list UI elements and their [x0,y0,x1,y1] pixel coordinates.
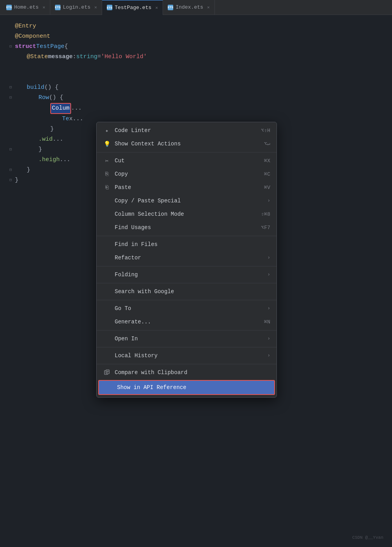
context-menu: ✦ Code Linter ⌥⇧H 💡 Show Context Actions… [96,122,277,398]
menu-item-local-history[interactable]: Local History › [97,349,277,362]
tab-home-icon: ETS [6,5,12,10]
folding-icon [103,271,111,279]
separator-7 [97,347,277,347]
tab-index-icon: ETS [168,5,173,10]
menu-item-column-selection-mode[interactable]: Column Selection Mode ⇧⌘8 [97,207,277,221]
go-to-icon [103,305,111,312]
code-line-9: Colum ... [8,103,384,114]
tab-home-label: Home.ets [14,4,38,10]
menu-item-copy[interactable]: ⎘ Copy ⌘C [97,167,277,181]
menu-item-compare-with-clipboard-label: Compare with Clipboard [115,369,270,376]
refactor-arrow-icon: › [267,255,270,261]
menu-item-find-usages-shortcut: ⌥F7 [261,224,270,231]
copy-icon: ⎘ [103,170,111,178]
menu-item-compare-with-clipboard[interactable]: Compare with Clipboard [97,366,277,379]
menu-item-folding-label: Folding [115,272,264,278]
menu-item-show-in-api-reference[interactable]: Show in API Reference [98,380,275,395]
code-line-1: @Entry [8,21,384,31]
menu-item-show-context-actions[interactable]: 💡 Show Context Actions ⌥↵ [97,137,277,151]
tab-home-close[interactable]: ✕ [42,5,45,10]
fold-placeholder-2 [8,34,13,39]
separator-3 [97,266,277,266]
fold-placeholder-14 [8,157,13,163]
watermark: CSDN @__Yvan [352,535,383,540]
compare-with-clipboard-icon [103,369,111,376]
fold-icon-16[interactable]: ⊟ [8,178,13,183]
menu-item-copy-paste-special-label: Copy / Paste Special [115,198,264,204]
menu-item-open-in-label: Open In [115,336,264,342]
menu-item-find-usages[interactable]: Find Usages ⌥F7 [97,221,277,234]
separator-6 [97,330,277,330]
tab-index-close[interactable]: ✕ [207,5,210,10]
code-line-7: ⊟ build () { [8,83,384,93]
menu-item-code-linter-label: Code Linter [115,127,261,134]
menu-item-go-to-label: Go To [115,305,264,312]
tab-testpage[interactable]: ETS TestPage.ets ✕ [102,0,163,15]
tab-index-label: Index.ets [176,4,203,10]
menu-item-show-context-actions-shortcut: ⌥↵ [264,141,270,147]
fold-icon-8[interactable]: ⊟ [8,95,13,101]
find-in-files-icon [103,240,111,248]
menu-item-code-linter[interactable]: ✦ Code Linter ⌥⇧H [97,124,277,137]
code-line-6 [8,72,384,83]
tab-index[interactable]: ETS Index.ets ✕ [163,0,215,15]
separator-1 [97,152,277,152]
menu-item-local-history-label: Local History [115,352,264,359]
menu-item-paste-label: Paste [115,184,264,191]
menu-item-generate[interactable]: Generate... ⌘N [97,315,277,329]
open-in-arrow-icon: › [267,336,270,341]
copy-paste-special-icon [103,197,111,205]
find-usages-icon [103,224,111,231]
tab-bar: ETS Home.ets ✕ ETS Login.ets ✕ ETS TestP… [0,0,392,15]
code-line-4: @State message : string = 'Hello World' [8,52,384,62]
code-linter-icon: ✦ [103,127,111,134]
menu-item-column-selection-mode-shortcut: ⇧⌘8 [261,211,270,217]
menu-item-search-with-google[interactable]: Search with Google [97,285,277,298]
fold-placeholder-1 [8,24,13,29]
menu-item-paste-shortcut: ⌘V [264,184,270,191]
tab-login[interactable]: ETS Login.ets ✕ [50,0,102,15]
tab-login-close[interactable]: ✕ [94,5,97,10]
menu-item-generate-label: Generate... [115,319,264,325]
code-line-8: ⊟ Row () { [8,93,384,103]
tab-home[interactable]: ETS Home.ets ✕ [2,0,50,15]
fold-icon-15[interactable]: ⊟ [8,167,13,173]
tab-login-label: Login.ets [63,4,90,10]
menu-item-go-to[interactable]: Go To › [97,302,277,315]
menu-item-cut-label: Cut [115,158,264,164]
paste-icon: ⎗ [103,184,111,191]
open-in-icon [103,335,111,343]
menu-item-find-in-files[interactable]: Find in Files [97,238,277,251]
fold-placeholder-12 [8,137,13,142]
menu-item-copy-paste-special[interactable]: Copy / Paste Special › [97,194,277,207]
generate-icon [103,318,111,326]
menu-item-paste[interactable]: ⎗ Paste ⌘V [97,181,277,194]
fold-placeholder-11 [8,127,13,132]
menu-item-cut-shortcut: ⌘X [264,158,270,164]
separator-2 [97,236,277,236]
menu-item-cut[interactable]: ✂ Cut ⌘X [97,154,277,167]
menu-item-show-in-api-reference-label: Show in API Reference [117,384,268,391]
cut-icon: ✂ [103,157,111,165]
code-line-2: @Component [8,31,384,42]
go-to-arrow-icon: › [267,306,270,311]
menu-item-refactor[interactable]: Refactor › [97,251,277,264]
fold-placeholder-10 [8,116,13,122]
fold-placeholder-4 [8,54,13,60]
menu-item-refactor-label: Refactor [115,255,264,261]
tab-testpage-close[interactable]: ✕ [156,5,158,10]
code-line-3: ⊟ struct TestPage { [8,42,384,52]
fold-icon-3[interactable]: ⊟ [8,44,13,50]
menu-item-show-context-actions-label: Show Context Actions [115,141,264,147]
menu-item-code-linter-shortcut: ⌥⇧H [261,127,270,134]
menu-item-copy-shortcut: ⌘C [264,171,270,177]
local-history-arrow-icon: › [267,353,270,358]
folding-arrow-icon: › [267,272,270,277]
menu-item-find-usages-label: Find Usages [115,224,261,231]
menu-item-find-in-files-label: Find in Files [115,241,270,248]
menu-item-open-in[interactable]: Open In › [97,332,277,345]
menu-item-folding[interactable]: Folding › [97,268,277,281]
fold-icon-13[interactable]: ⊟ [8,147,13,152]
fold-icon-7[interactable]: ⊟ [8,85,13,90]
local-history-icon [103,352,111,360]
